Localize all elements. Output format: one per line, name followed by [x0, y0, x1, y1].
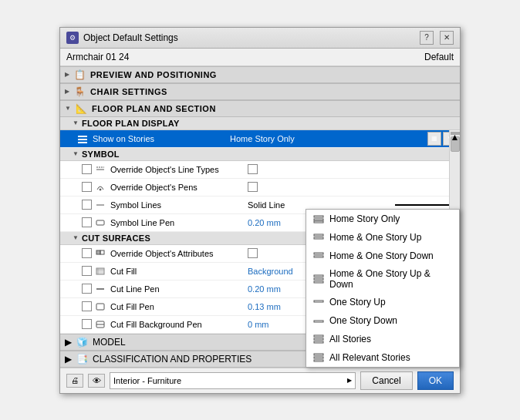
cb-symbol-lines[interactable]: [82, 200, 92, 210]
stories-label: Show on Stories: [91, 134, 230, 143]
svg-rect-30: [314, 338, 323, 340]
arrow-floorplan: ▼: [65, 105, 71, 112]
default-label: Default: [424, 52, 454, 62]
dd-item-all-stories[interactable]: All Stories: [306, 330, 459, 348]
icon-cut-fill: [93, 264, 107, 278]
row-override-pens: Override Object's Pens: [60, 179, 460, 197]
cb-cut-fill[interactable]: [82, 266, 92, 276]
label-classification: CLASSIFICATION AND PROPERTIES: [93, 354, 252, 365]
arrow-chair: ▶: [65, 88, 69, 95]
title-bar: ⚙ Object Default Settings ? ✕: [60, 28, 460, 49]
svg-rect-23: [314, 256, 323, 257]
help-button[interactable]: ?: [420, 31, 434, 45]
dd-item-home-one-updown[interactable]: Home & One Story Up & Down: [306, 265, 459, 293]
dd-item-home-one-up[interactable]: Home & One Story Up: [306, 228, 459, 247]
icon-chair: 🪑: [74, 86, 86, 97]
icon-symbol-lines: [93, 198, 107, 212]
dd-icon-1: [312, 231, 325, 244]
cb-cut-fill-pen[interactable]: [82, 301, 92, 311]
dialog-title: Object Default Settings: [83, 32, 178, 43]
dd-label-5: One Story Down: [329, 315, 397, 326]
label-cut-fill: Cut Fill: [109, 267, 248, 276]
dd-item-home-one-down[interactable]: Home & One Story Down: [306, 247, 459, 265]
footer-icon[interactable]: 🖨: [66, 374, 83, 388]
icon-override-line-types: [93, 163, 107, 176]
label-fpd: FLOOR PLAN DISPLAY: [82, 119, 180, 128]
subtitle-bar: Armchair 01 24 Default: [60, 49, 460, 66]
svg-rect-26: [314, 281, 323, 283]
dd-label-2: Home & One Story Down: [329, 250, 434, 261]
cb-override-attributes[interactable]: [82, 248, 92, 258]
svg-rect-25: [314, 278, 323, 280]
cb-cut-line-pen[interactable]: [82, 284, 92, 294]
svg-rect-28: [314, 321, 323, 322]
icon-cut-fill-bg-pen: [93, 318, 107, 331]
dd-item-one-story-up[interactable]: One Story Up: [306, 293, 459, 311]
dd-icon-0: [312, 213, 325, 225]
svg-rect-7: [96, 220, 104, 225]
svg-point-5: [100, 189, 101, 190]
dd-label-6: All Stories: [329, 334, 371, 344]
svg-rect-1: [78, 139, 87, 140]
label-symbol-line-pen: Symbol Line Pen: [109, 218, 248, 227]
arrow-model: ▶: [65, 337, 72, 348]
section-chair[interactable]: ▶ 🪑 CHAIR SETTINGS: [60, 83, 460, 100]
icon-preview: 📋: [74, 69, 86, 80]
footer-eye-icon[interactable]: 👁: [88, 374, 105, 388]
label-chair: CHAIR SETTINGS: [90, 87, 167, 96]
cb-override-pens2[interactable]: [248, 182, 258, 192]
svg-rect-29: [314, 335, 323, 337]
close-button[interactable]: ✕: [440, 31, 454, 45]
cancel-button[interactable]: Cancel: [360, 371, 412, 390]
arrow-fpd: ▼: [73, 119, 79, 126]
label-preview: PREVIEW AND POSITIONING: [90, 70, 217, 79]
subsection-symbol[interactable]: ▼ SYMBOL: [60, 148, 460, 161]
dialog: ⚙ Object Default Settings ? ✕ Armchair 0…: [59, 27, 461, 394]
svg-rect-8: [96, 250, 100, 254]
footer-dropdown[interactable]: Interior - Furniture ▶: [110, 372, 356, 389]
dd-label-3: Home & One Story Up & Down: [329, 268, 453, 290]
cb-override-line-types2[interactable]: [248, 164, 258, 174]
dd-icon-4: [312, 296, 325, 308]
dd-label-7: All Relevant Stories: [329, 352, 410, 363]
svg-rect-0: [78, 136, 87, 137]
dd-icon-3: [312, 273, 325, 285]
icon-model: 🧊: [76, 337, 88, 348]
ok-button[interactable]: OK: [417, 371, 454, 390]
stories-icon-btn1[interactable]: ▦: [427, 132, 441, 146]
label-cut: CUT SURFACES: [82, 234, 150, 243]
cb-override-pens[interactable]: [82, 182, 92, 192]
arrow-classification: ▶: [65, 354, 72, 365]
subsection-floorplan-display[interactable]: ▼ FLOOR PLAN DISPLAY: [60, 117, 460, 130]
dialog-icon: ⚙: [66, 32, 79, 44]
dd-icon-6: [312, 333, 325, 345]
dd-item-home-story-only[interactable]: Home Story Only: [306, 210, 459, 228]
footer: 🖨 👁 Interior - Furniture ▶ Cancel OK: [60, 368, 460, 393]
svg-rect-2: [78, 142, 87, 143]
scroll-up-arrow[interactable]: ▲: [451, 132, 460, 135]
label-cut-fill-bg-pen: Cut Fill Background Pen: [109, 320, 248, 329]
cb-cut-fill-bg-pen[interactable]: [82, 319, 92, 329]
svg-rect-31: [314, 341, 323, 343]
icon-cut-fill-pen: [93, 300, 107, 314]
svg-rect-10: [96, 268, 104, 274]
svg-rect-33: [314, 357, 323, 358]
label-symbol: SYMBOL: [82, 150, 120, 159]
section-floorplan[interactable]: ▼ 📐 FLOOR PLAN AND SECTION: [60, 100, 460, 117]
main-content: ▶ 📋 PREVIEW AND POSITIONING ▶ 🪑 CHAIR SE…: [60, 66, 460, 368]
svg-rect-20: [314, 234, 323, 236]
cb-override-line-types[interactable]: [82, 164, 92, 174]
row-show-on-stories[interactable]: Show on Stories Home Story Only ▦ ▼: [60, 130, 460, 148]
arrow-symbol: ▼: [73, 150, 79, 157]
cb-symbol-line-pen[interactable]: [82, 217, 92, 227]
section-preview[interactable]: ▶ 📋 PREVIEW AND POSITIONING: [60, 66, 460, 83]
arrow-cut: ▼: [73, 234, 79, 241]
cb-override-attr2[interactable]: [248, 248, 258, 258]
dd-item-one-story-down[interactable]: One Story Down: [306, 311, 459, 330]
line-preview: [395, 204, 457, 206]
dropdown-arrow: ▶: [347, 377, 352, 384]
stories-value: Home Story Only: [230, 134, 457, 143]
dd-item-all-relevant[interactable]: All Relevant Stories: [306, 348, 459, 367]
label-override-pens: Override Object's Pens: [109, 183, 248, 192]
icon-classification: 📑: [76, 354, 88, 365]
